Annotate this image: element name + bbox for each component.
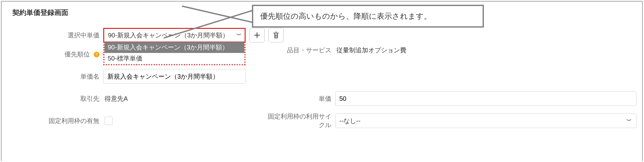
label-priority-text: 優先順位	[64, 51, 90, 58]
selected-unitprice-value: 90-新規入会キャンペーン（3か月間半額）	[108, 31, 229, 40]
chevron-down-icon: ﹀	[627, 118, 632, 124]
selected-unitprice-dropdown-list: 90-新規入会キャンペーン（3か月間半額） 50-標準単価	[103, 42, 246, 65]
unit-price-input[interactable]	[335, 91, 636, 106]
trash-icon	[272, 31, 280, 39]
selected-unitprice-dropdown[interactable]: 90-新規入会キャンペーン（3か月間半額） ﹀	[103, 28, 246, 42]
dropdown-option[interactable]: 90-新規入会キャンペーン（3か月間半額）	[105, 42, 244, 53]
customer-value: 得意先A	[103, 94, 128, 103]
callout-text: 優先順位の高いものから、降順に表示されます。	[260, 12, 431, 20]
add-button[interactable]	[249, 28, 265, 42]
chevron-down-icon: ﹀	[236, 32, 241, 39]
dropdown-option[interactable]: 50-標準単価	[105, 53, 244, 64]
label-selected-unitprice: 選択中単価	[11, 31, 103, 40]
label-priority: 優先順位 ?	[11, 50, 103, 59]
label-unit-price: 単価	[265, 94, 335, 103]
label-item-service: 品目・サービス	[265, 46, 335, 55]
fixed-cycle-value: --なし--	[339, 117, 361, 125]
label-unitprice-name: 単価名	[11, 72, 103, 81]
plus-icon	[253, 31, 261, 39]
item-service-value: 従量制追加オプション費	[335, 46, 406, 55]
help-icon[interactable]: ?	[94, 52, 99, 57]
delete-button[interactable]	[268, 28, 284, 42]
label-fixed-slot: 固定利用枠の有無	[11, 117, 103, 125]
label-fixed-cycle: 固定利用枠の利用サイクル	[265, 112, 335, 129]
label-customer: 取引先	[11, 94, 103, 103]
fixed-slot-checkbox[interactable]	[105, 117, 113, 125]
callout-box: 優先順位の高いものから、降順に表示されます。	[252, 5, 484, 28]
fixed-cycle-select[interactable]: --なし-- ﹀	[335, 113, 636, 128]
unitprice-name-input[interactable]	[103, 69, 246, 84]
